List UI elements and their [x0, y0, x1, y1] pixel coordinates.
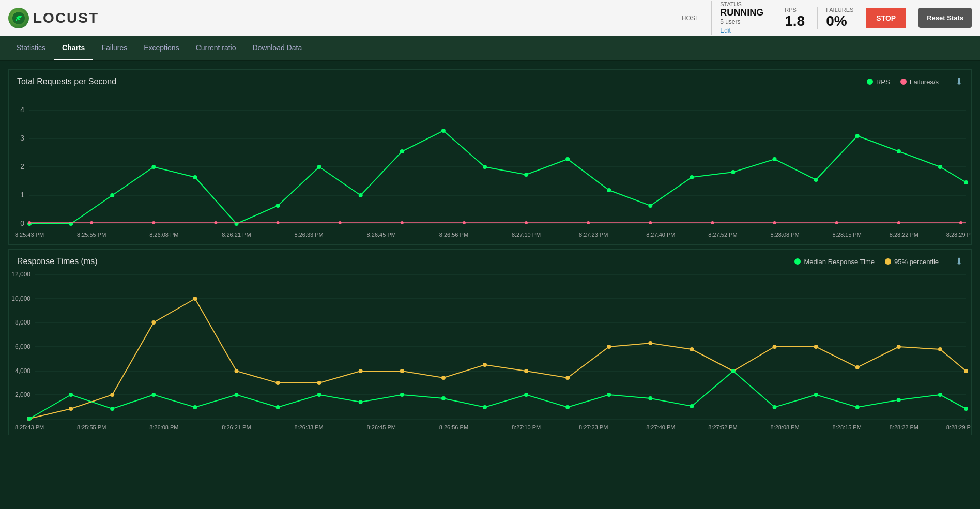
svg-text:8:25:55 PM: 8:25:55 PM	[77, 424, 106, 430]
svg-point-50	[959, 221, 962, 224]
edit-link[interactable]: Edit	[720, 27, 731, 34]
svg-point-40	[339, 221, 342, 224]
rps-chart-header: Total Requests per Second RPS Failures/s…	[9, 70, 971, 89]
svg-text:8:27:52 PM: 8:27:52 PM	[708, 232, 737, 238]
failures-label: FAILURES	[826, 7, 853, 13]
svg-text:8:26:08 PM: 8:26:08 PM	[149, 232, 178, 238]
status-value: RUNNING	[720, 7, 763, 18]
svg-point-39	[277, 221, 280, 224]
svg-text:8:28:08 PM: 8:28:08 PM	[770, 232, 799, 238]
rps-label: RPS	[785, 7, 805, 13]
response-download-icon[interactable]: ⬇	[955, 256, 963, 267]
svg-point-119	[648, 396, 652, 400]
svg-text:8:25:43 PM: 8:25:43 PM	[15, 424, 44, 430]
svg-point-32	[897, 149, 901, 153]
percentile-legend-label: 95% percentile	[894, 258, 939, 266]
svg-text:10,000: 10,000	[11, 295, 30, 302]
svg-text:8:27:10 PM: 8:27:10 PM	[512, 232, 541, 238]
svg-point-102	[938, 347, 942, 351]
rps-legend: RPS Failures/s	[867, 78, 939, 86]
host-section: HOST	[682, 14, 699, 22]
svg-text:8:26:56 PM: 8:26:56 PM	[439, 232, 468, 238]
response-chart-header: Response Times (ms) Median Response Time…	[9, 250, 971, 269]
svg-point-118	[607, 393, 611, 397]
svg-text:8:25:43 PM: 8:25:43 PM	[15, 232, 44, 238]
svg-text:8:26:45 PM: 8:26:45 PM	[367, 424, 396, 430]
failures-section: FAILURES 0%	[817, 7, 853, 29]
nav-charts[interactable]: Charts	[54, 36, 93, 60]
svg-point-26	[648, 204, 652, 208]
svg-point-29	[773, 157, 777, 161]
logo-icon	[8, 8, 29, 28]
svg-point-101	[897, 345, 901, 349]
svg-text:8:27:40 PM: 8:27:40 PM	[646, 232, 675, 238]
svg-point-114	[441, 396, 446, 400]
svg-point-81	[69, 407, 73, 411]
svg-point-33	[938, 165, 942, 169]
rps-download-icon[interactable]: ⬇	[955, 76, 963, 87]
svg-point-108	[193, 405, 197, 409]
svg-point-104	[27, 417, 32, 421]
status-label: STATUS	[720, 1, 742, 7]
svg-point-121	[731, 369, 736, 373]
svg-point-122	[773, 405, 777, 409]
logo-text: LOCUST	[33, 10, 99, 26]
svg-text:8:27:10 PM: 8:27:10 PM	[512, 424, 541, 430]
svg-point-126	[938, 393, 942, 397]
svg-point-123	[814, 393, 818, 397]
svg-text:8,000: 8,000	[15, 319, 30, 326]
svg-point-42	[463, 221, 466, 224]
svg-point-91	[483, 363, 487, 367]
stop-button[interactable]: STOP	[866, 8, 906, 28]
svg-text:8:28:29 PM: 8:28:29 PM	[946, 424, 971, 430]
svg-text:8:26:56 PM: 8:26:56 PM	[439, 424, 468, 430]
median-legend-label: Median Response Time	[804, 258, 875, 266]
svg-text:8:26:45 PM: 8:26:45 PM	[367, 232, 396, 238]
svg-point-35	[28, 221, 31, 224]
svg-point-107	[151, 393, 156, 397]
svg-text:6,000: 6,000	[15, 343, 30, 350]
nav-failures[interactable]: Failures	[93, 36, 135, 60]
svg-point-49	[897, 221, 900, 224]
rps-legend-rps: RPS	[867, 78, 890, 86]
nav-statistics[interactable]: Statistics	[8, 36, 54, 60]
svg-point-36	[90, 221, 93, 224]
svg-text:8:28:22 PM: 8:28:22 PM	[890, 232, 918, 238]
nav: Statistics Charts Failures Exceptions Cu…	[0, 36, 980, 61]
svg-text:3: 3	[20, 134, 24, 142]
svg-text:8:26:08 PM: 8:26:08 PM	[149, 424, 178, 430]
svg-text:8:26:33 PM: 8:26:33 PM	[294, 424, 323, 430]
svg-point-127	[964, 407, 968, 411]
svg-point-30	[814, 178, 818, 182]
svg-point-37	[152, 221, 155, 224]
svg-point-27	[690, 175, 694, 179]
svg-text:8:27:23 PM: 8:27:23 PM	[579, 424, 608, 430]
svg-point-15	[193, 175, 197, 179]
svg-point-106	[110, 407, 114, 411]
rps-line	[29, 131, 966, 224]
svg-point-21	[441, 129, 446, 133]
nav-exceptions[interactable]: Exceptions	[135, 36, 187, 60]
svg-point-24	[565, 157, 570, 161]
failures-dot	[900, 79, 907, 85]
status-users: 5 users	[720, 18, 740, 25]
status-edit[interactable]: Edit	[720, 25, 731, 35]
nav-current-ratio[interactable]: Current ratio	[188, 36, 244, 60]
svg-point-125	[897, 398, 901, 402]
nav-download-data[interactable]: Download Data	[244, 36, 310, 60]
svg-text:8:26:21 PM: 8:26:21 PM	[222, 232, 251, 238]
percentile-legend-item: 95% percentile	[885, 258, 939, 266]
rps-legend-failures-label: Failures/s	[910, 78, 939, 86]
rps-chart-svg: 0 1 2 3 4	[9, 89, 971, 244]
svg-point-96	[690, 347, 694, 351]
response-chart-title: Response Times (ms)	[17, 257, 98, 266]
reset-stats-button[interactable]: Reset Stats	[918, 8, 972, 28]
svg-point-19	[359, 193, 363, 197]
svg-point-110	[276, 405, 280, 409]
svg-point-99	[814, 345, 818, 349]
svg-point-45	[649, 221, 652, 224]
svg-point-83	[151, 320, 156, 325]
response-chart-container: Response Times (ms) Median Response Time…	[8, 249, 972, 435]
svg-point-41	[401, 221, 404, 224]
rps-section: RPS 1.8	[776, 7, 805, 29]
